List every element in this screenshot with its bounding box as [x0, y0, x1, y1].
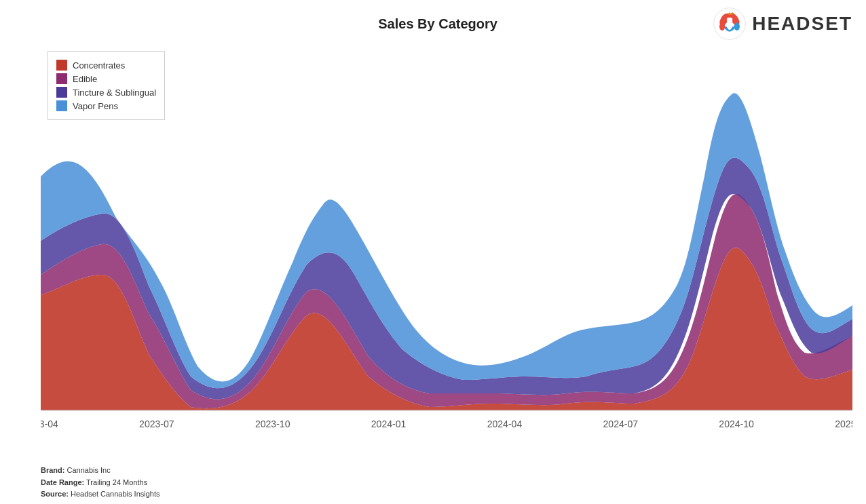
legend-color-tincture [56, 87, 67, 98]
legend-item-vapor: Vapor Pens [56, 100, 156, 111]
footer-source-label: Source: [41, 490, 69, 498]
legend-item-concentrates: Concentrates [56, 60, 156, 71]
chart-area: Concentrates Edible Tincture & Sublingua… [41, 44, 852, 438]
footer-source-value: Headset Cannabis Insights [71, 490, 159, 498]
svg-text:2023-07: 2023-07 [139, 419, 174, 429]
logo-area: HEADSET [713, 7, 852, 41]
legend-color-concentrates [56, 60, 67, 71]
footer-brand: Brand: Cannabis Inc [41, 465, 160, 477]
footer-date-value: Trailing 24 Months [86, 478, 147, 486]
legend-label-vapor: Vapor Pens [73, 101, 118, 111]
logo-text: HEADSET [752, 13, 852, 35]
svg-text:2024-10: 2024-10 [719, 419, 754, 429]
legend-label-edible: Edible [73, 74, 97, 84]
svg-text:2024-01: 2024-01 [371, 419, 407, 429]
svg-text:2025-01: 2025-01 [835, 419, 852, 429]
svg-point-2 [734, 22, 740, 31]
legend-color-edible [56, 73, 67, 84]
svg-text:2023-04: 2023-04 [41, 419, 58, 429]
svg-text:2023-10: 2023-10 [255, 419, 290, 429]
chart-container: Sales By Category HEADSET Concentrates [0, 0, 866, 504]
header: Sales By Category HEADSET [0, 0, 866, 44]
footer-brand-value: Cannabis Inc [67, 466, 111, 474]
footer-info: Brand: Cannabis Inc Date Range: Trailing… [41, 465, 160, 501]
footer-date-range: Date Range: Trailing 24 Months [41, 477, 160, 489]
svg-point-1 [719, 22, 725, 31]
svg-text:2024-07: 2024-07 [603, 419, 639, 429]
legend-item-tincture: Tincture & Sublingual [56, 87, 156, 98]
legend: Concentrates Edible Tincture & Sublingua… [48, 51, 165, 120]
legend-color-vapor [56, 100, 67, 111]
svg-text:2024-04: 2024-04 [487, 419, 523, 429]
headset-logo-icon [713, 7, 747, 41]
footer-source: Source: Headset Cannabis Insights [41, 488, 160, 501]
legend-label-concentrates: Concentrates [73, 60, 125, 71]
legend-label-tincture: Tincture & Sublingual [73, 88, 156, 98]
footer-date-label: Date Range: [41, 478, 84, 486]
chart-title: Sales By Category [163, 16, 713, 32]
footer-brand-label: Brand: [41, 466, 64, 474]
legend-item-edible: Edible [56, 73, 156, 84]
